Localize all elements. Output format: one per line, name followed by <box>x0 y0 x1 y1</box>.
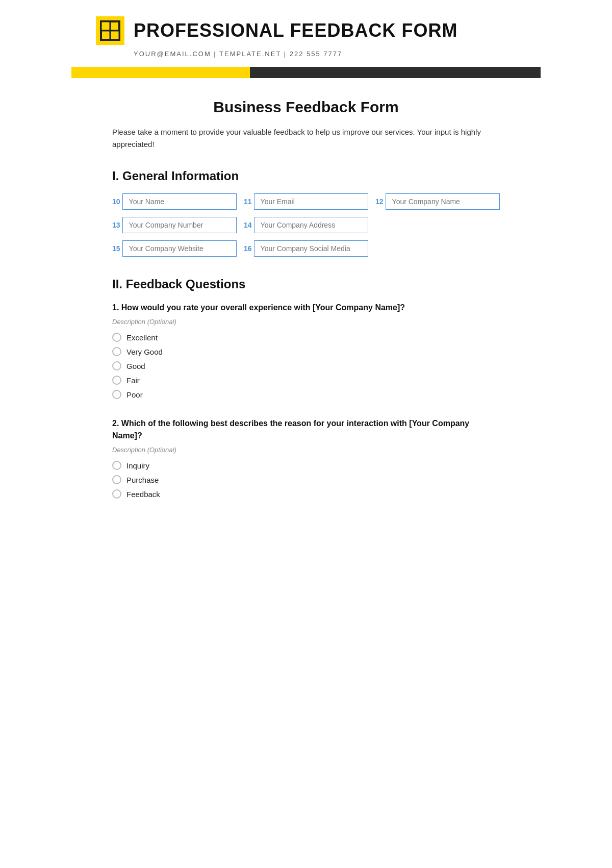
fields-row-3: 15 16 <box>112 240 500 257</box>
svg-rect-3 <box>110 31 119 40</box>
feedback-section: II. Feedback Questions 1. How would you … <box>112 277 500 499</box>
fields-row-2: 13 14 <box>112 217 500 233</box>
field-num-10: 10 <box>112 197 120 206</box>
field-company-number[interactable] <box>122 217 237 233</box>
radio-good[interactable] <box>112 361 121 370</box>
option-good-label: Good <box>126 362 145 370</box>
field-num-16: 16 <box>244 244 252 253</box>
radio-very-good[interactable] <box>112 347 121 356</box>
section1-title: I. General Information <box>112 169 500 183</box>
option-inquiry: Inquiry <box>112 461 500 470</box>
svg-rect-2 <box>101 21 110 31</box>
question-2-number: 2. <box>112 419 121 428</box>
option-good: Good <box>112 361 500 370</box>
field-item-10: 10 <box>112 193 237 210</box>
option-very-good-label: Very Good <box>126 348 163 356</box>
field-company-address[interactable] <box>254 217 368 233</box>
option-purchase-label: Purchase <box>126 476 159 484</box>
question-1-desc: Description (Optional) <box>112 318 500 326</box>
radio-fair[interactable] <box>112 376 121 385</box>
header: PROFESSIONAL FEEDBACK FORM YOUR@EMAIL.CO… <box>71 0 541 67</box>
radio-excellent[interactable] <box>112 333 121 342</box>
field-item-11: 11 <box>244 193 368 210</box>
option-fair: Fair <box>112 376 500 385</box>
option-feedback: Feedback <box>112 489 500 499</box>
logo-icon <box>96 16 124 45</box>
radio-feedback[interactable] <box>112 489 121 499</box>
field-num-15: 15 <box>112 244 120 253</box>
header-subtitle: YOUR@EMAIL.COM | TEMPLATE.NET | 222 555 … <box>134 50 342 58</box>
field-item-placeholder2 <box>375 240 500 257</box>
field-num-12: 12 <box>375 197 384 206</box>
option-poor-label: Poor <box>126 390 143 399</box>
field-item-16: 16 <box>244 240 368 257</box>
field-name[interactable] <box>122 193 237 210</box>
option-poor: Poor <box>112 390 500 399</box>
field-num-13: 13 <box>112 221 120 229</box>
radio-purchase[interactable] <box>112 475 121 484</box>
option-excellent-label: Excellent <box>126 333 158 342</box>
section2-title: II. Feedback Questions <box>112 277 500 291</box>
field-item-14: 14 <box>244 217 368 233</box>
question-block-2: 2. Which of the following best describes… <box>112 417 500 499</box>
form-main-title: Business Feedback Form <box>112 98 500 116</box>
field-item-placeholder <box>375 217 500 233</box>
radio-inquiry[interactable] <box>112 461 121 470</box>
option-inquiry-label: Inquiry <box>126 461 149 470</box>
field-email[interactable] <box>254 193 368 210</box>
field-item-13: 13 <box>112 217 237 233</box>
field-item-15: 15 <box>112 240 237 257</box>
question-1-title: 1. How would you rate your overall exper… <box>112 302 500 314</box>
logo-svg <box>96 16 124 45</box>
field-num-11: 11 <box>244 197 252 206</box>
field-num-14: 14 <box>244 221 252 229</box>
header-title: PROFESSIONAL FEEDBACK FORM <box>134 20 457 41</box>
main-content: Business Feedback Form Please take a mom… <box>71 78 541 548</box>
field-company-website[interactable] <box>122 240 237 257</box>
option-fair-label: Fair <box>126 376 140 385</box>
deco-bar <box>71 67 541 78</box>
radio-poor[interactable] <box>112 390 121 399</box>
option-purchase: Purchase <box>112 475 500 484</box>
deco-bar-yellow <box>71 67 250 78</box>
field-company-social[interactable] <box>254 240 368 257</box>
option-excellent: Excellent <box>112 333 500 342</box>
field-company-name[interactable] <box>386 193 500 210</box>
question-block-1: 1. How would you rate your overall exper… <box>112 302 500 399</box>
question-2-desc: Description (Optional) <box>112 446 500 454</box>
fields-row-1: 10 11 12 <box>112 193 500 210</box>
header-top: PROFESSIONAL FEEDBACK FORM <box>96 16 457 45</box>
form-description: Please take a moment to provide your val… <box>112 126 500 151</box>
option-very-good: Very Good <box>112 347 500 356</box>
deco-bar-dark <box>250 67 541 78</box>
question-1-number: 1. <box>112 303 121 312</box>
question-2-title: 2. Which of the following best describes… <box>112 417 500 442</box>
field-item-12: 12 <box>375 193 500 210</box>
option-feedback-label: Feedback <box>126 490 160 499</box>
